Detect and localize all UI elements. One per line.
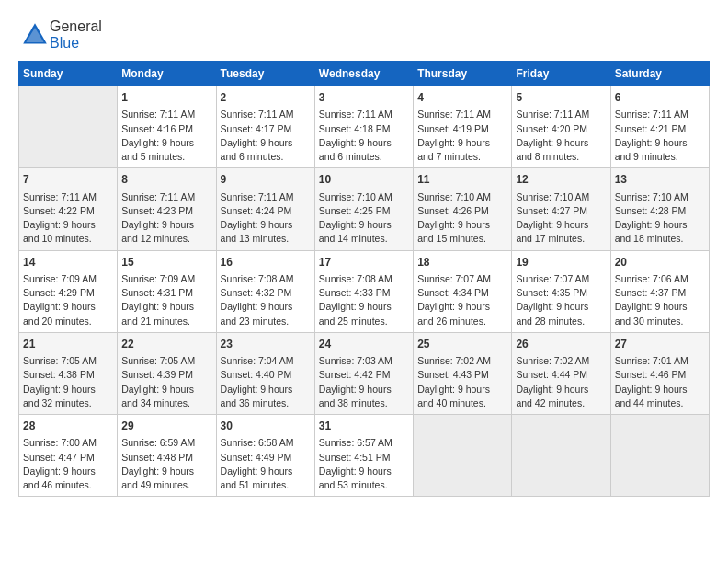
day-cell: 17Sunrise: 7:08 AMSunset: 4:33 PMDayligh…: [314, 250, 413, 332]
day-cell: 9Sunrise: 7:11 AMSunset: 4:24 PMDaylight…: [216, 168, 314, 250]
day-number: 12: [516, 172, 606, 188]
day-cell: 10Sunrise: 7:10 AMSunset: 4:25 PMDayligh…: [314, 168, 413, 250]
day-info: Sunrise: 7:07 AMSunset: 4:35 PMDaylight:…: [516, 272, 606, 328]
day-info: Sunrise: 7:01 AMSunset: 4:46 PMDaylight:…: [615, 354, 705, 410]
header-cell-saturday: Saturday: [610, 62, 709, 86]
day-number: 21: [23, 337, 113, 352]
week-row-5: 28Sunrise: 7:00 AMSunset: 4:47 PMDayligh…: [19, 415, 710, 497]
week-row-4: 21Sunrise: 7:05 AMSunset: 4:38 PMDayligh…: [19, 332, 710, 414]
day-cell: 23Sunrise: 7:04 AMSunset: 4:40 PMDayligh…: [216, 332, 314, 414]
day-number: 18: [417, 255, 507, 270]
day-cell: 2Sunrise: 7:11 AMSunset: 4:17 PMDaylight…: [216, 86, 314, 168]
day-number: 13: [615, 172, 705, 188]
day-number: 16: [221, 255, 311, 270]
week-row-2: 7Sunrise: 7:11 AMSunset: 4:22 PMDaylight…: [19, 168, 710, 250]
logo-blue: Blue: [50, 35, 102, 52]
day-number: 17: [319, 255, 409, 270]
day-info: Sunrise: 7:11 AMSunset: 4:21 PMDaylight:…: [615, 108, 705, 164]
day-info: Sunrise: 6:57 AMSunset: 4:51 PMDaylight:…: [319, 436, 409, 492]
day-number: 2: [221, 90, 311, 106]
day-info: Sunrise: 7:11 AMSunset: 4:19 PMDaylight:…: [417, 108, 507, 164]
day-cell: 31Sunrise: 6:57 AMSunset: 4:51 PMDayligh…: [314, 415, 413, 497]
header-cell-sunday: Sunday: [19, 62, 118, 86]
logo-icon: [20, 20, 50, 50]
day-cell: 5Sunrise: 7:11 AMSunset: 4:20 PMDaylight…: [512, 86, 610, 168]
day-cell: 7Sunrise: 7:11 AMSunset: 4:22 PMDaylight…: [19, 168, 118, 250]
day-info: Sunrise: 7:08 AMSunset: 4:33 PMDaylight:…: [319, 272, 409, 328]
day-number: 1: [121, 90, 211, 106]
day-number: 24: [319, 337, 409, 352]
day-cell: 22Sunrise: 7:05 AMSunset: 4:39 PMDayligh…: [118, 332, 216, 414]
day-info: Sunrise: 7:08 AMSunset: 4:32 PMDaylight:…: [221, 272, 311, 328]
day-info: Sunrise: 7:05 AMSunset: 4:38 PMDaylight:…: [23, 354, 113, 410]
header-cell-thursday: Thursday: [414, 62, 512, 86]
header-row: SundayMondayTuesdayWednesdayThursdayFrid…: [19, 62, 710, 86]
day-cell: 21Sunrise: 7:05 AMSunset: 4:38 PMDayligh…: [19, 332, 118, 414]
day-cell: [19, 86, 118, 168]
day-cell: 26Sunrise: 7:02 AMSunset: 4:44 PMDayligh…: [512, 332, 610, 414]
header-cell-friday: Friday: [512, 62, 610, 86]
day-info: Sunrise: 7:09 AMSunset: 4:29 PMDaylight:…: [23, 272, 113, 328]
day-info: Sunrise: 7:11 AMSunset: 4:24 PMDaylight:…: [221, 190, 311, 247]
day-number: 25: [417, 337, 507, 352]
day-cell: 24Sunrise: 7:03 AMSunset: 4:42 PMDayligh…: [314, 332, 413, 414]
calendar-table: SundayMondayTuesdayWednesdayThursdayFrid…: [18, 61, 710, 497]
header-cell-monday: Monday: [118, 62, 216, 86]
day-cell: 11Sunrise: 7:10 AMSunset: 4:26 PMDayligh…: [414, 168, 512, 250]
week-row-1: 1Sunrise: 7:11 AMSunset: 4:16 PMDaylight…: [19, 86, 710, 168]
day-number: 8: [121, 172, 211, 188]
day-cell: 16Sunrise: 7:08 AMSunset: 4:32 PMDayligh…: [216, 250, 314, 332]
logo-text: General Blue: [50, 18, 102, 52]
day-info: Sunrise: 7:02 AMSunset: 4:44 PMDaylight:…: [516, 354, 606, 410]
day-info: Sunrise: 6:58 AMSunset: 4:49 PMDaylight:…: [221, 436, 311, 492]
day-info: Sunrise: 7:09 AMSunset: 4:31 PMDaylight:…: [121, 272, 211, 328]
day-cell: 4Sunrise: 7:11 AMSunset: 4:19 PMDaylight…: [414, 86, 512, 168]
day-info: Sunrise: 7:10 AMSunset: 4:28 PMDaylight:…: [615, 190, 705, 247]
day-cell: 30Sunrise: 6:58 AMSunset: 4:49 PMDayligh…: [216, 415, 314, 497]
day-info: Sunrise: 7:11 AMSunset: 4:16 PMDaylight:…: [121, 108, 211, 164]
day-number: 23: [221, 337, 311, 352]
day-number: 31: [319, 419, 409, 434]
page-header: General Blue: [18, 18, 710, 52]
day-info: Sunrise: 7:11 AMSunset: 4:18 PMDaylight:…: [319, 108, 409, 164]
day-cell: 25Sunrise: 7:02 AMSunset: 4:43 PMDayligh…: [414, 332, 512, 414]
day-number: 29: [121, 419, 211, 434]
week-row-3: 14Sunrise: 7:09 AMSunset: 4:29 PMDayligh…: [19, 250, 710, 332]
day-cell: 15Sunrise: 7:09 AMSunset: 4:31 PMDayligh…: [118, 250, 216, 332]
day-info: Sunrise: 7:00 AMSunset: 4:47 PMDaylight:…: [23, 436, 113, 492]
header-cell-tuesday: Tuesday: [216, 62, 314, 86]
day-number: 9: [221, 172, 311, 188]
day-number: 19: [516, 255, 606, 270]
day-cell: 20Sunrise: 7:06 AMSunset: 4:37 PMDayligh…: [610, 250, 709, 332]
day-info: Sunrise: 7:05 AMSunset: 4:39 PMDaylight:…: [121, 354, 211, 410]
day-info: Sunrise: 7:06 AMSunset: 4:37 PMDaylight:…: [615, 272, 705, 328]
day-number: 5: [516, 90, 606, 106]
logo: General Blue: [18, 18, 102, 52]
day-number: 15: [121, 255, 211, 270]
calendar-body: 1Sunrise: 7:11 AMSunset: 4:16 PMDaylight…: [19, 86, 710, 497]
day-info: Sunrise: 7:02 AMSunset: 4:43 PMDaylight:…: [417, 354, 507, 410]
day-number: 11: [417, 172, 507, 188]
day-cell: 8Sunrise: 7:11 AMSunset: 4:23 PMDaylight…: [118, 168, 216, 250]
day-info: Sunrise: 7:03 AMSunset: 4:42 PMDaylight:…: [319, 354, 409, 410]
day-cell: 12Sunrise: 7:10 AMSunset: 4:27 PMDayligh…: [512, 168, 610, 250]
day-cell: 3Sunrise: 7:11 AMSunset: 4:18 PMDaylight…: [314, 86, 413, 168]
logo-general: General: [50, 18, 102, 35]
day-number: 20: [615, 255, 705, 270]
day-cell: 19Sunrise: 7:07 AMSunset: 4:35 PMDayligh…: [512, 250, 610, 332]
day-cell: 18Sunrise: 7:07 AMSunset: 4:34 PMDayligh…: [414, 250, 512, 332]
day-cell: 13Sunrise: 7:10 AMSunset: 4:28 PMDayligh…: [610, 168, 709, 250]
day-info: Sunrise: 7:04 AMSunset: 4:40 PMDaylight:…: [221, 354, 311, 410]
day-info: Sunrise: 7:10 AMSunset: 4:25 PMDaylight:…: [319, 190, 409, 247]
day-info: Sunrise: 7:10 AMSunset: 4:27 PMDaylight:…: [516, 190, 606, 247]
day-cell: 28Sunrise: 7:00 AMSunset: 4:47 PMDayligh…: [19, 415, 118, 497]
day-cell: 6Sunrise: 7:11 AMSunset: 4:21 PMDaylight…: [610, 86, 709, 168]
day-info: Sunrise: 7:07 AMSunset: 4:34 PMDaylight:…: [417, 272, 507, 328]
day-info: Sunrise: 7:11 AMSunset: 4:20 PMDaylight:…: [516, 108, 606, 164]
day-cell: [512, 415, 610, 497]
day-info: Sunrise: 7:11 AMSunset: 4:17 PMDaylight:…: [221, 108, 311, 164]
day-number: 27: [615, 337, 705, 352]
day-number: 4: [417, 90, 507, 106]
calendar-header: SundayMondayTuesdayWednesdayThursdayFrid…: [19, 62, 710, 86]
day-number: 28: [23, 419, 113, 434]
